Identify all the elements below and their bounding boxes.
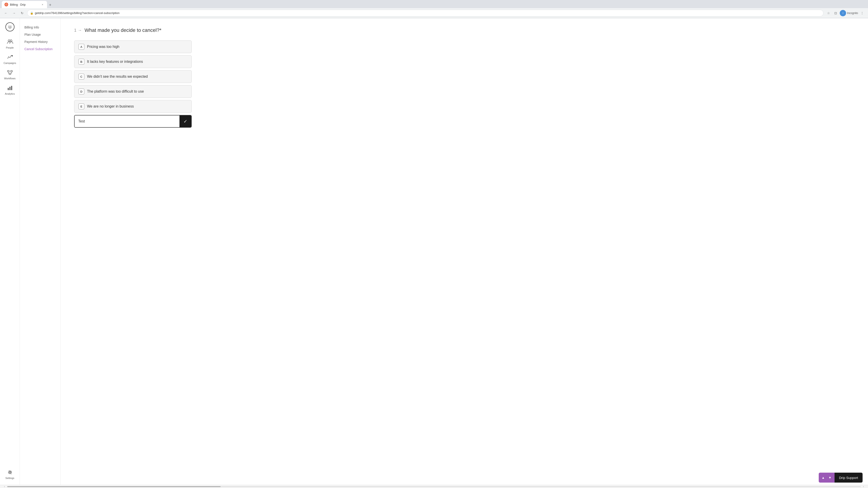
sidebar-workflows-label: Workflows: [4, 77, 16, 80]
menu-button[interactable]: ⋮: [859, 10, 865, 16]
sidebar-nav: People Campaigns: [0, 18, 20, 485]
sidebar-item-settings[interactable]: Settings: [2, 467, 18, 481]
answer-text-d: The platform was too difficult to use: [87, 90, 144, 94]
sidebar-campaigns-label: Campaigns: [4, 62, 16, 64]
svg-point-5: [11, 55, 13, 57]
tab-close-button[interactable]: ×: [41, 3, 44, 6]
tab-title: Billing · Drip: [10, 3, 26, 6]
nav-arrows-widget: ▲ ▼: [819, 473, 835, 483]
active-tab[interactable]: Billing · Drip ×: [2, 1, 47, 8]
answer-key-d: D: [79, 89, 84, 94]
svg-rect-15: [11, 86, 12, 90]
answer-options: A Pricing was too high B It lacks key fe…: [74, 40, 192, 113]
answer-option-e[interactable]: E We are no longer in business: [74, 100, 192, 113]
navigate-down-button[interactable]: ▼: [827, 475, 833, 481]
profile-button[interactable]: I: [840, 10, 846, 16]
refresh-button[interactable]: ↻: [19, 10, 25, 16]
drip-support-button[interactable]: Drip Support: [835, 473, 863, 483]
answer-option-b[interactable]: B It lacks key features or integrations: [74, 55, 192, 68]
sidebar-item-analytics[interactable]: Analytics: [2, 83, 18, 97]
svg-rect-14: [9, 87, 10, 90]
tab-favicon: [4, 3, 8, 6]
billing-info-link[interactable]: Billing Info: [24, 24, 56, 31]
question-number: 1 →: [74, 28, 82, 33]
sidebar-item-campaigns[interactable]: Campaigns: [2, 52, 18, 66]
sidebar-settings-label: Settings: [5, 477, 14, 480]
sidebar-item-people[interactable]: People: [2, 36, 18, 51]
answer-key-a: A: [79, 44, 84, 50]
answer-text-e: We are no longer in business: [87, 104, 134, 108]
answer-option-d[interactable]: D The platform was too difficult to use: [74, 85, 192, 98]
analytics-icon: [6, 84, 13, 92]
people-icon: [6, 38, 13, 45]
answer-text-c: We didn't see the results we expected: [87, 74, 148, 78]
answer-text-b: It lacks key features or integrations: [87, 60, 143, 64]
nav-actions: ☆ ⊡ I Incognito ⋮: [825, 10, 865, 16]
svg-rect-13: [8, 88, 9, 90]
scroll-left-button[interactable]: ‹: [2, 485, 7, 488]
answer-text-a: Pricing was too high: [87, 45, 119, 49]
sidebar-people-label: People: [6, 46, 13, 49]
svg-rect-8: [9, 73, 11, 74]
campaigns-icon: [6, 54, 13, 61]
checkmark-icon: ✓: [184, 119, 187, 124]
tab-bar: Billing · Drip × +: [0, 0, 868, 8]
custom-answer-submit-button[interactable]: ✓: [180, 116, 191, 127]
settings-icon: [6, 468, 13, 476]
svg-rect-6: [7, 70, 9, 72]
answer-option-c[interactable]: C We didn't see the results we expected: [74, 70, 192, 83]
secondary-sidebar: Billing Info Plan Usage Payment History …: [20, 18, 61, 485]
back-button[interactable]: ←: [3, 10, 9, 16]
answer-option-a[interactable]: A Pricing was too high: [74, 40, 192, 53]
navigate-up-button[interactable]: ▲: [820, 475, 827, 481]
drip-logo: [5, 22, 14, 31]
split-screen-button[interactable]: ⊡: [833, 10, 839, 16]
workflows-icon: [6, 69, 13, 76]
question-title: What made you decide to cancel?*: [85, 27, 161, 33]
scrollbar-thumb[interactable]: [7, 486, 221, 487]
sidebar-item-workflows[interactable]: Workflows: [2, 67, 18, 82]
new-tab-button[interactable]: +: [47, 2, 53, 8]
payment-history-link[interactable]: Payment History: [24, 38, 56, 45]
custom-input-row: ✓: [74, 115, 192, 128]
sidebar-logo: [5, 22, 15, 32]
answer-key-c: C: [79, 74, 84, 79]
svg-point-4: [10, 40, 12, 41]
incognito-label: Incognito: [847, 11, 858, 15]
address-text: getdrip.com/7641396/settings/billing?sec…: [35, 11, 120, 15]
address-bar[interactable]: 🔒 getdrip.com/7641396/settings/billing?s…: [27, 10, 824, 17]
plan-usage-link[interactable]: Plan Usage: [24, 31, 56, 38]
forward-button[interactable]: →: [11, 10, 17, 16]
scrollbar-track[interactable]: [7, 486, 861, 487]
sidebar-analytics-label: Analytics: [5, 92, 15, 95]
main-content: 1 → What made you decide to cancel?* A P…: [61, 18, 868, 485]
custom-answer-input[interactable]: [74, 116, 180, 127]
lock-icon: 🔒: [30, 11, 33, 15]
question-header: 1 → What made you decide to cancel?*: [74, 27, 855, 33]
scroll-right-button[interactable]: ›: [861, 485, 866, 488]
drip-support-widget[interactable]: ▲ ▼ Drip Support: [819, 473, 863, 483]
svg-point-1: [8, 26, 9, 27]
answer-key-b: B: [79, 59, 84, 65]
answer-key-e: E: [79, 103, 84, 109]
svg-rect-7: [11, 70, 12, 72]
cancel-subscription-link[interactable]: Cancel Subscription: [24, 45, 56, 53]
horizontal-scrollbar[interactable]: ‹ ›: [0, 485, 868, 488]
browser-chrome: Billing · Drip × + ← → ↻ 🔒 getdrip.com/7…: [0, 0, 868, 18]
svg-point-2: [10, 26, 11, 27]
navigation-bar: ← → ↻ 🔒 getdrip.com/7641396/settings/bil…: [0, 8, 868, 18]
svg-point-3: [8, 40, 10, 41]
bookmark-button[interactable]: ☆: [825, 10, 832, 16]
app-layout: People Campaigns: [0, 18, 868, 485]
